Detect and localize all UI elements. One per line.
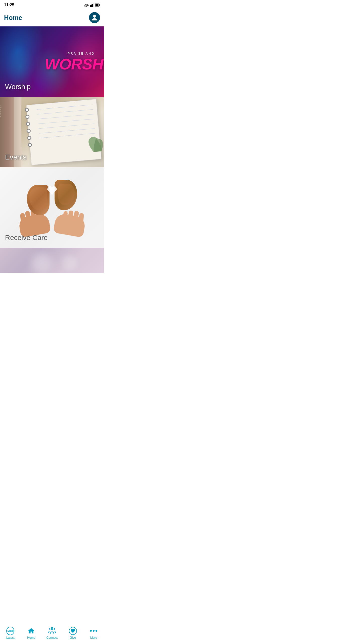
connect-nav-icon — [48, 627, 56, 635]
new-badge-text: Latest — [8, 630, 14, 632]
more-dots-icon — [90, 630, 97, 632]
dot-1 — [90, 630, 92, 632]
home-icon-svg — [27, 627, 35, 635]
finger-r1 — [79, 213, 84, 223]
main-content: PRAISE AND WORSHIP Worship — [0, 26, 104, 306]
spiral-ring-3 — [26, 122, 30, 126]
people-icon-svg — [48, 627, 56, 635]
spiral-ring-2 — [25, 115, 29, 119]
bokeh-2 — [62, 255, 77, 270]
more-nav-icon — [90, 627, 98, 635]
svg-rect-1 — [91, 5, 92, 7]
page-wrapper: 11:25 Home — [0, 0, 104, 644]
svg-rect-6 — [100, 5, 100, 6]
spiral-ring-1 — [25, 108, 29, 112]
wifi-icon — [84, 3, 89, 7]
spiral-ring-4 — [26, 129, 31, 133]
give-nav-icon — [69, 627, 77, 635]
battery-icon — [95, 4, 100, 7]
connect-nav-label: Connect — [47, 636, 58, 639]
svg-rect-2 — [92, 4, 93, 7]
praise-and-text: PRAISE AND — [45, 52, 104, 55]
page-title: Home — [4, 14, 22, 22]
bread-right — [55, 180, 77, 210]
dot-3 — [96, 630, 97, 632]
nav-item-latest[interactable]: Latest Latest — [0, 625, 21, 641]
binder-date: June 2018 — [0, 104, 1, 117]
plant-decoration — [84, 136, 104, 153]
latest-nav-icon: Latest — [6, 627, 14, 635]
bottom-navigation: Latest Latest Home — [0, 624, 104, 644]
events-label: Events — [5, 153, 27, 161]
svg-rect-3 — [94, 3, 94, 7]
signal-icon — [90, 3, 94, 7]
events-card[interactable]: June 2018 Events — [0, 97, 104, 167]
svg-rect-5 — [96, 4, 99, 6]
care-label: Receive Care — [5, 234, 48, 242]
hands-container — [12, 175, 92, 240]
notebook-line-3 — [38, 114, 94, 119]
app-header: Home — [0, 10, 104, 26]
notebook-line-6 — [39, 128, 95, 133]
nav-item-give[interactable]: Give — [62, 625, 83, 641]
spiral-ring-6 — [28, 143, 32, 147]
notebook — [26, 99, 102, 165]
more-nav-label: More — [90, 636, 97, 639]
notebook-line-4 — [38, 119, 94, 124]
status-time: 11:25 — [4, 3, 14, 7]
worship-card[interactable]: PRAISE AND WORSHIP Worship — [0, 26, 104, 97]
latest-nav-label: Latest — [6, 636, 15, 639]
bokeh-1 — [31, 253, 51, 273]
heart-circle-icon — [69, 627, 77, 635]
worship-big-text: WORSHIP — [45, 56, 104, 72]
bread-right-inner — [58, 184, 75, 205]
care-card[interactable]: Receive Care — [0, 167, 104, 248]
heart-icon-svg — [70, 628, 75, 633]
worship-text-container: PRAISE AND WORSHIP — [45, 52, 104, 72]
profile-button[interactable] — [89, 12, 100, 23]
partial-section — [0, 248, 104, 273]
status-bar: 11:25 — [0, 0, 104, 10]
bread-left — [27, 185, 50, 215]
notebook-line-1 — [37, 105, 93, 110]
finger-l1 — [20, 213, 25, 223]
new-badge-icon: Latest — [6, 627, 14, 635]
spiral-ring-5 — [27, 136, 31, 140]
user-icon — [91, 14, 98, 21]
notebook-line-5 — [38, 124, 94, 129]
status-icons — [84, 3, 100, 7]
nav-item-connect[interactable]: Connect — [42, 625, 63, 641]
nav-item-more[interactable]: More — [83, 625, 104, 641]
bread-left-inner — [29, 187, 47, 210]
dot-2 — [93, 630, 95, 632]
give-nav-label: Give — [70, 636, 76, 639]
nav-item-home[interactable]: Home — [21, 625, 42, 641]
home-nav-label: Home — [27, 636, 35, 639]
svg-rect-0 — [90, 5, 91, 7]
home-nav-icon — [27, 627, 35, 635]
notebook-line-2 — [37, 109, 93, 114]
worship-label: Worship — [5, 83, 31, 91]
bread-container — [27, 180, 77, 218]
